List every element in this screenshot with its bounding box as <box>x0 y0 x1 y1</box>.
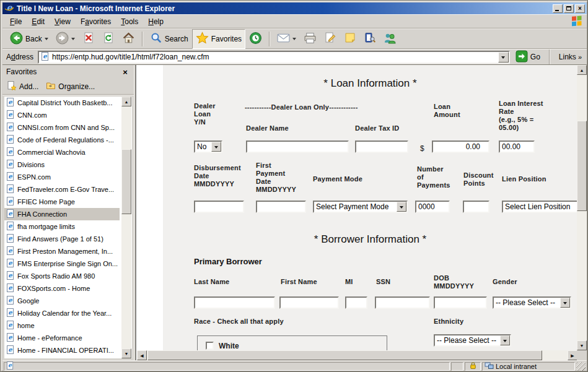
minimize-button[interactable] <box>553 4 563 13</box>
favorites-item[interactable]: eCNN.com <box>4 109 120 121</box>
dob-input[interactable] <box>434 296 487 309</box>
forward-button[interactable] <box>52 29 79 49</box>
favorites-item[interactable]: eESPN.com <box>4 171 120 183</box>
back-button[interactable]: Back <box>6 29 52 49</box>
lien-position-select[interactable]: Select Lien Position <box>502 201 577 213</box>
menu-item-edit[interactable]: Edit <box>27 15 50 28</box>
menu-item-help[interactable]: Help <box>143 15 169 28</box>
favorites-item[interactable]: ehome <box>4 319 120 332</box>
scrollbar-thumb[interactable] <box>121 149 131 214</box>
forward-dropdown-icon[interactable] <box>71 38 75 40</box>
favorites-item[interactable]: eCapital District Youth Basketb... <box>4 97 120 109</box>
scrollbar-track[interactable] <box>121 97 131 358</box>
go-button[interactable]: Go <box>513 50 543 65</box>
links-toolbar[interactable]: Links » <box>556 53 584 61</box>
favorites-item[interactable]: eFirst Preston Management, In... <box>4 245 120 257</box>
standard-toolbar: Back Search Favorites <box>2 28 587 49</box>
close-button[interactable]: × <box>575 4 585 13</box>
add-favorite-button[interactable]: Add... <box>7 80 38 92</box>
favorites-item[interactable]: eCode of Federal Regulations -... <box>4 134 120 146</box>
favorites-item[interactable]: eFHA Connection <box>4 208 120 220</box>
dropdown-button[interactable] <box>500 335 510 345</box>
print-button[interactable] <box>300 29 320 49</box>
payment-mode-select[interactable]: Select Payment Mode <box>313 201 408 213</box>
dealer-loan-select[interactable]: No <box>194 141 222 153</box>
research-button[interactable] <box>360 29 380 48</box>
first-payment-date-input[interactable] <box>256 201 306 213</box>
scroll-down-icon: ▼ <box>580 344 584 348</box>
mi-input[interactable] <box>345 296 367 309</box>
favorites-item[interactable]: eDivisions <box>4 158 120 171</box>
favorites-item[interactable]: eFMS Enterprise Single Sign On... <box>4 257 120 270</box>
menu-item-file[interactable]: File <box>5 15 27 28</box>
favorites-item[interactable]: eFOXSports.com - Home <box>4 282 120 295</box>
dropdown-button[interactable] <box>397 202 406 212</box>
first-name-input[interactable] <box>279 296 339 309</box>
favorites-item-label: Capital District Youth Basketb... <box>17 99 112 106</box>
favorites-item[interactable]: eCommercial Wachovia <box>4 146 120 158</box>
scrollbar-thumb[interactable] <box>577 121 587 211</box>
disbursement-date-input[interactable] <box>194 201 244 213</box>
ie-page-icon: e <box>6 333 15 343</box>
favorites-star-icon <box>196 32 209 46</box>
gender-select[interactable]: -- Please Select -- <box>493 296 571 309</box>
history-button[interactable] <box>245 29 266 49</box>
search-button[interactable]: Search <box>146 29 192 48</box>
favorites-item[interactable]: eFFIEC Home Page <box>4 196 120 208</box>
favorites-toolbar: Add... Organize... <box>2 79 134 95</box>
mail-dropdown-icon[interactable] <box>292 38 296 40</box>
messenger-button[interactable] <box>380 29 400 49</box>
svg-text:e: e <box>8 235 12 241</box>
home-button[interactable] <box>118 29 139 49</box>
search-label: Search <box>165 35 188 43</box>
refresh-button[interactable] <box>99 29 118 48</box>
ssn-input[interactable] <box>375 296 430 309</box>
scrollbar-thumb[interactable] <box>147 350 542 360</box>
ethnicity-select[interactable]: -- Please Select -- <box>434 334 511 347</box>
scroll-left-button[interactable]: ◀ <box>137 350 147 360</box>
favorites-item[interactable]: eHoliday Calendar for the Year... <box>4 307 120 319</box>
address-input[interactable]: e https://entp.hud.gov/title1/html/f72lo… <box>38 51 510 64</box>
mail-button[interactable] <box>273 30 300 47</box>
discount-points-input[interactable] <box>463 201 489 213</box>
favorites-item[interactable]: eFedTraveler.com E-Gov Trave... <box>4 183 120 196</box>
interest-rate-input[interactable] <box>499 141 535 153</box>
organize-favorites-button[interactable]: Organize... <box>46 80 95 92</box>
dealer-name-input[interactable] <box>246 141 349 153</box>
edit-button[interactable] <box>320 29 340 48</box>
scroll-up-button[interactable]: ▲ <box>121 97 131 106</box>
scroll-down-button[interactable]: ▼ <box>121 348 131 358</box>
favorites-close-button[interactable]: × <box>120 67 130 76</box>
loan-amount-input[interactable] <box>432 141 489 153</box>
scroll-down-button[interactable]: ▼ <box>577 340 587 350</box>
favorites-item[interactable]: efha mortgage limits <box>4 220 120 233</box>
intranet-icon <box>485 361 494 371</box>
favorites-item[interactable]: eCNNSI.com from CNN and Sp... <box>4 121 120 134</box>
num-payments-input[interactable] <box>415 201 450 213</box>
favorites-item[interactable]: eHome - FINANCIAL OPERATI... <box>4 344 120 357</box>
dropdown-button[interactable] <box>211 142 221 152</box>
address-dropdown-button[interactable] <box>498 52 509 63</box>
scroll-right-button[interactable]: ▶ <box>568 350 577 360</box>
discuss-note-button[interactable] <box>340 29 360 48</box>
maximize-button[interactable] <box>564 4 574 13</box>
favorites-item[interactable]: eHome - ePeformance <box>4 332 120 344</box>
scroll-down-icon: ▼ <box>125 352 129 356</box>
back-dropdown-icon[interactable] <box>45 38 48 40</box>
stop-button[interactable] <box>79 29 99 48</box>
menu-item-view[interactable]: View <box>50 15 76 28</box>
favorites-button[interactable]: Favorites <box>192 29 245 49</box>
favorites-item[interactable]: eGoogle <box>4 295 120 307</box>
scroll-up-button[interactable]: ▲ <box>577 65 587 75</box>
menu-item-favorites[interactable]: Favorites <box>76 15 116 28</box>
dealer-taxid-input[interactable] <box>355 141 408 153</box>
last-name-input[interactable] <box>194 296 275 309</box>
menu-item-tools[interactable]: Tools <box>116 15 143 28</box>
favorites-item[interactable]: eFox Sports Radio AM 980 <box>4 270 120 282</box>
resize-grip[interactable] <box>576 362 586 371</box>
main-area: Favorites × Add... Organize... eCapital … <box>2 65 587 360</box>
favorites-item[interactable]: eFind Answers (Page 1 of 51) <box>4 233 120 245</box>
race-white-checkbox[interactable] <box>206 342 214 350</box>
dropdown-button[interactable] <box>560 298 570 308</box>
organize-folder-icon <box>46 80 56 92</box>
